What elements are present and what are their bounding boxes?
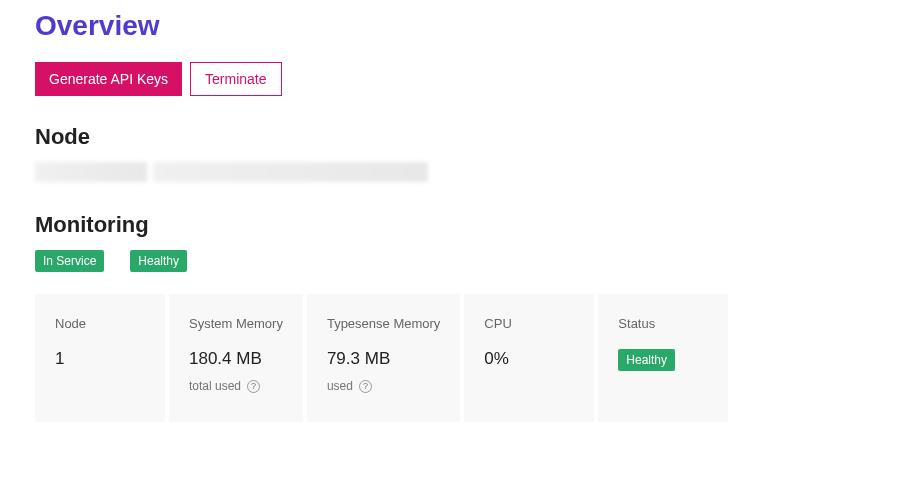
page-title: Overview bbox=[35, 10, 881, 42]
help-icon[interactable]: ? bbox=[359, 380, 372, 393]
node-details-redacted bbox=[35, 162, 881, 182]
status-card-label: Status bbox=[618, 316, 708, 331]
monitoring-heading: Monitoring bbox=[35, 212, 881, 238]
monitoring-cards: Node 1 System Memory 180.4 MB total used… bbox=[35, 294, 881, 422]
node-card: Node 1 bbox=[35, 294, 165, 422]
typesense-memory-card-sub: used ? bbox=[327, 379, 440, 393]
redacted-block bbox=[153, 162, 428, 182]
terminate-button[interactable]: Terminate bbox=[190, 62, 281, 96]
node-card-label: Node bbox=[55, 316, 145, 331]
healthy-badge: Healthy bbox=[130, 250, 187, 272]
help-icon[interactable]: ? bbox=[247, 380, 260, 393]
cpu-card-value: 0% bbox=[484, 349, 574, 369]
status-card-badge: Healthy bbox=[618, 349, 675, 371]
action-buttons: Generate API Keys Terminate bbox=[35, 62, 881, 96]
system-memory-card: System Memory 180.4 MB total used ? bbox=[169, 294, 303, 422]
in-service-badge: In Service bbox=[35, 250, 104, 272]
node-heading: Node bbox=[35, 124, 881, 150]
cpu-card-label: CPU bbox=[484, 316, 574, 331]
system-memory-card-value: 180.4 MB bbox=[189, 349, 283, 369]
system-memory-card-label: System Memory bbox=[189, 316, 283, 331]
generate-api-keys-button[interactable]: Generate API Keys bbox=[35, 62, 182, 96]
cpu-card: CPU 0% bbox=[464, 294, 594, 422]
typesense-memory-card: Typesense Memory 79.3 MB used ? bbox=[307, 294, 460, 422]
typesense-memory-card-label: Typesense Memory bbox=[327, 316, 440, 331]
redacted-block bbox=[35, 162, 147, 182]
typesense-memory-card-value: 79.3 MB bbox=[327, 349, 440, 369]
monitoring-badges: In Service Healthy bbox=[35, 250, 881, 272]
node-card-value: 1 bbox=[55, 349, 145, 369]
status-card: Status Healthy bbox=[598, 294, 728, 422]
system-memory-card-sub: total used ? bbox=[189, 379, 283, 393]
typesense-memory-sub-text: used bbox=[327, 379, 353, 393]
system-memory-sub-text: total used bbox=[189, 379, 241, 393]
